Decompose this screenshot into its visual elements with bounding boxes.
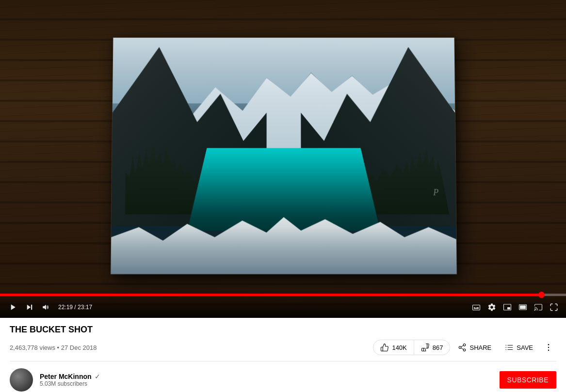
save-button[interactable]: SAVE [499, 340, 539, 355]
video-thumbnail: P [110, 37, 457, 275]
more-options-button[interactable] [541, 340, 556, 355]
miniplayer-icon [503, 303, 512, 312]
next-icon [25, 303, 34, 312]
photo-signature: P [433, 188, 438, 198]
svg-point-25 [548, 344, 550, 345]
channel-info: Peter McKinnon ✓ 5.03M subscribers [40, 373, 493, 387]
save-label: SAVE [517, 344, 533, 351]
settings-icon [487, 303, 496, 312]
video-title: THE BUCKET SHOT [10, 324, 556, 336]
progress-bar[interactable] [0, 294, 566, 296]
video-info: THE BUCKET SHOT 2,463,778 views • 27 Dec… [0, 318, 566, 361]
video-stats: 2,463,778 views • 27 Dec 2018 [10, 344, 97, 351]
theater-icon [518, 303, 527, 312]
svg-line-17 [461, 348, 464, 349]
share-label: SHARE [469, 344, 491, 351]
captions-button[interactable] [470, 301, 483, 314]
miniplayer-button[interactable] [501, 301, 514, 314]
volume-button[interactable] [40, 301, 52, 314]
dislike-button[interactable]: 867 [414, 340, 450, 355]
svg-marker-1 [27, 304, 31, 310]
cast-button[interactable] [532, 301, 545, 314]
svg-point-13 [534, 309, 535, 310]
like-count: 140K [392, 344, 406, 351]
channel-name-row: Peter McKinnon ✓ [40, 373, 493, 380]
play-button[interactable] [6, 300, 19, 314]
svg-point-16 [464, 349, 466, 351]
svg-point-8 [490, 306, 493, 308]
video-controls: 22:19 / 23:17 [0, 294, 566, 318]
time-display: 22:19 / 23:17 [58, 304, 92, 311]
thumbs-down-icon [421, 343, 430, 352]
share-icon [458, 343, 467, 352]
svg-rect-7 [474, 308, 479, 309]
svg-marker-3 [43, 304, 46, 310]
svg-point-14 [464, 344, 466, 346]
svg-line-18 [461, 345, 464, 347]
subscriber-count: 5.03M subscribers [40, 380, 493, 387]
settings-button[interactable] [485, 301, 498, 314]
video-meta-row: 2,463,778 views • 27 Dec 2018 140K 867 [10, 340, 556, 361]
svg-marker-0 [11, 304, 16, 310]
fullscreen-button[interactable] [548, 301, 560, 314]
svg-point-26 [548, 347, 550, 348]
progress-watched [0, 294, 542, 296]
next-button[interactable] [23, 301, 36, 314]
share-button[interactable]: SHARE [452, 340, 497, 355]
svg-point-15 [459, 346, 462, 349]
more-icon [544, 343, 553, 352]
like-button[interactable]: 140K [373, 340, 414, 355]
save-icon [505, 343, 514, 352]
progress-dot [538, 292, 545, 298]
svg-rect-2 [31, 304, 32, 310]
channel-row: Peter McKinnon ✓ 5.03M subscribers SUBSC… [0, 361, 566, 392]
like-dislike-group: 140K 867 [373, 340, 450, 355]
channel-avatar[interactable] [10, 368, 33, 392]
thumbs-up-icon [380, 343, 389, 352]
verified-badge: ✓ [95, 373, 100, 380]
theater-button[interactable] [517, 301, 529, 314]
svg-rect-5 [474, 307, 476, 308]
video-player[interactable]: P [0, 0, 566, 318]
play-icon [8, 302, 17, 312]
volume-icon [42, 303, 50, 312]
dislike-count: 867 [433, 344, 443, 351]
channel-name[interactable]: Peter McKinnon [40, 373, 92, 380]
fullscreen-icon [550, 303, 558, 312]
svg-rect-10 [507, 307, 510, 310]
action-buttons: 140K 867 SHARE [373, 340, 556, 355]
cast-icon [534, 303, 543, 312]
svg-rect-12 [520, 305, 526, 309]
subscribe-button[interactable]: SUBSCRIBE [500, 371, 556, 389]
svg-point-27 [548, 350, 550, 351]
captions-icon [472, 303, 481, 312]
svg-rect-6 [476, 307, 479, 308]
